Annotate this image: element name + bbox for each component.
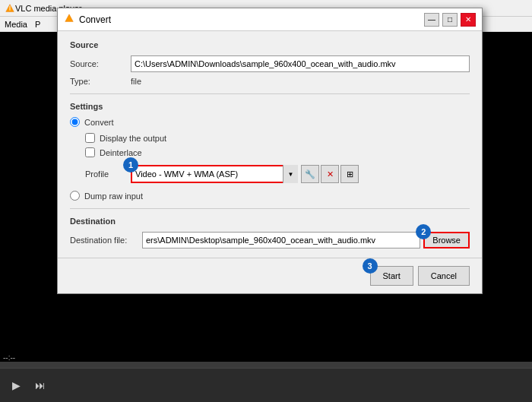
dialog-window-controls: — □ ✕: [424, 13, 476, 27]
dialog-body: Source Source: Type: file Settings Conve…: [58, 31, 482, 258]
destination-section-label: Destination: [70, 217, 470, 226]
source-label: Source:: [70, 59, 131, 68]
dialog-title-bar: Convert — □ ✕: [58, 8, 482, 31]
deinterlace-row: Deinterlace: [85, 147, 470, 157]
badge-1: 1: [123, 157, 138, 173]
dialog-cone-icon: [64, 13, 74, 26]
destination-file-label: Destination file:: [70, 236, 142, 245]
type-value: file: [131, 77, 141, 86]
profile-select-wrapper: Video - WMV + WMA (ASF) Video - H.264 + …: [131, 165, 298, 183]
deinterlace-label: Deinterlace: [100, 148, 142, 157]
source-input[interactable]: [131, 55, 470, 72]
destination-section: Destination Destination file: 2 Browse: [70, 217, 470, 248]
convert-radio-label: Convert: [84, 118, 114, 127]
settings-label: Settings: [70, 102, 470, 111]
profile-settings-button[interactable]: 🔧: [301, 165, 319, 183]
display-output-row: Display the output: [85, 133, 470, 143]
convert-dialog: Convert — □ ✕ Source Source: Type: file: [57, 8, 483, 294]
badge-3: 3: [363, 258, 378, 274]
type-row: Type: file: [70, 77, 470, 86]
convert-radio[interactable]: [70, 117, 80, 127]
display-output-label: Display the output: [100, 134, 166, 143]
settings-section: Settings Convert Display the output Dein…: [70, 102, 470, 201]
profile-delete-button[interactable]: ✕: [321, 165, 339, 183]
svg-marker-2: [65, 14, 74, 22]
dialog-title-text: Convert: [79, 14, 424, 25]
start-btn-wrapper: 3 Start: [370, 266, 413, 286]
close-button[interactable]: ✕: [461, 13, 476, 27]
type-label: Type:: [70, 77, 131, 86]
minimize-button[interactable]: —: [424, 13, 439, 27]
convert-radio-row: Convert: [70, 117, 470, 127]
profile-select[interactable]: Video - WMV + WMA (ASF) Video - H.264 + …: [131, 165, 298, 183]
destination-input-wrapper: [142, 232, 420, 248]
restore-button[interactable]: □: [442, 13, 458, 27]
cancel-button[interactable]: Cancel: [418, 266, 470, 286]
deinterlace-checkbox[interactable]: [85, 147, 95, 157]
profile-row: Profile 1 Video - WMV + WMA (ASF) Video …: [85, 165, 470, 183]
profile-tools: 🔧 ✕ ⊞: [301, 165, 359, 183]
profile-select-container: 1 Video - WMV + WMA (ASF) Video - H.264 …: [131, 165, 298, 183]
destination-input[interactable]: [142, 232, 420, 248]
profile-add-button[interactable]: ⊞: [340, 165, 359, 183]
dump-raw-row: Dump raw input: [70, 191, 470, 201]
destination-row: Destination file: 2 Browse: [70, 232, 470, 248]
source-row: Source:: [70, 55, 470, 72]
dialog-footer: 3 Start Cancel: [58, 258, 482, 293]
dump-raw-radio[interactable]: [70, 191, 80, 201]
source-section-label: Source: [70, 40, 470, 49]
divider-1: [70, 93, 470, 94]
profile-label: Profile: [85, 169, 131, 179]
divider-2: [70, 208, 470, 209]
browse-btn-wrapper: 2 Browse: [423, 232, 470, 248]
dump-raw-label: Dump raw input: [84, 192, 143, 201]
dialog-overlay: Convert — □ ✕ Source Source: Type: file: [0, 0, 532, 402]
display-output-checkbox[interactable]: [85, 133, 95, 143]
